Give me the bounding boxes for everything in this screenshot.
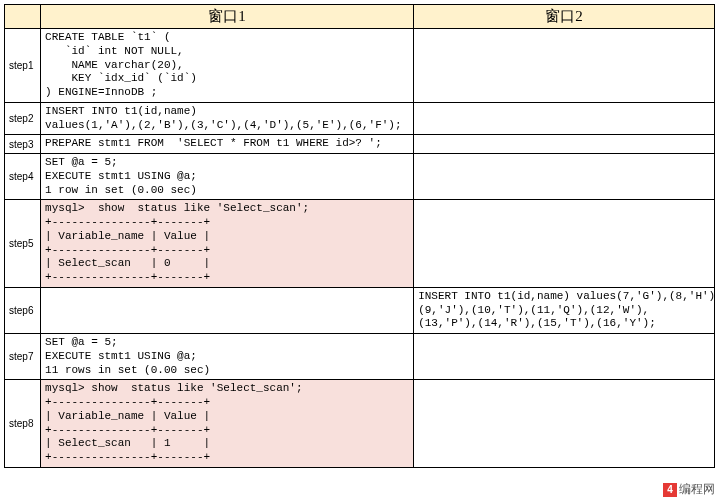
table-row: step8mysql> show status like 'Select_sca… xyxy=(5,380,715,468)
table-row: step1CREATE TABLE `t1` ( `id` int NOT NU… xyxy=(5,29,715,103)
header-win1: 窗口1 xyxy=(41,5,414,29)
win2-cell xyxy=(414,200,715,288)
step-label: step3 xyxy=(5,135,41,154)
win2-cell xyxy=(414,334,715,380)
table-row: step3PREPARE stmt1 FROM 'SELECT * FROM t… xyxy=(5,135,715,154)
win1-cell: mysql> show status like 'Select_scan'; +… xyxy=(41,200,414,288)
table-row: step4SET @a = 5; EXECUTE stmt1 USING @a;… xyxy=(5,154,715,200)
step-label: step2 xyxy=(5,102,41,135)
table-row: step7SET @a = 5; EXECUTE stmt1 USING @a;… xyxy=(5,334,715,380)
table-row: step5mysql> show status like 'Select_sca… xyxy=(5,200,715,288)
win1-cell: mysql> show status like 'Select_scan'; +… xyxy=(41,380,414,468)
win2-cell xyxy=(414,380,715,468)
win2-cell xyxy=(414,135,715,154)
win1-cell: INSERT INTO t1(id,name) values(1,'A'),(2… xyxy=(41,102,414,135)
win2-cell xyxy=(414,154,715,200)
header-row: 窗口1 窗口2 xyxy=(5,5,715,29)
step-label: step6 xyxy=(5,287,41,333)
step-label: step7 xyxy=(5,334,41,380)
header-win2: 窗口2 xyxy=(414,5,715,29)
table-row: step6INSERT INTO t1(id,name) values(7,'G… xyxy=(5,287,715,333)
win2-cell xyxy=(414,29,715,103)
win1-cell: SET @a = 5; EXECUTE stmt1 USING @a; 1 ro… xyxy=(41,154,414,200)
step-label: step4 xyxy=(5,154,41,200)
sql-steps-table: 窗口1 窗口2 step1CREATE TABLE `t1` ( `id` in… xyxy=(4,4,715,468)
win1-cell: SET @a = 5; EXECUTE stmt1 USING @a; 11 r… xyxy=(41,334,414,380)
step-label: step1 xyxy=(5,29,41,103)
win1-cell: CREATE TABLE `t1` ( `id` int NOT NULL, N… xyxy=(41,29,414,103)
win1-cell xyxy=(41,287,414,333)
win2-cell: INSERT INTO t1(id,name) values(7,'G'),(8… xyxy=(414,287,715,333)
win1-cell: PREPARE stmt1 FROM 'SELECT * FROM t1 WHE… xyxy=(41,135,414,154)
header-step xyxy=(5,5,41,29)
step-label: step5 xyxy=(5,200,41,288)
step-label: step8 xyxy=(5,380,41,468)
win2-cell xyxy=(414,102,715,135)
table-row: step2INSERT INTO t1(id,name) values(1,'A… xyxy=(5,102,715,135)
